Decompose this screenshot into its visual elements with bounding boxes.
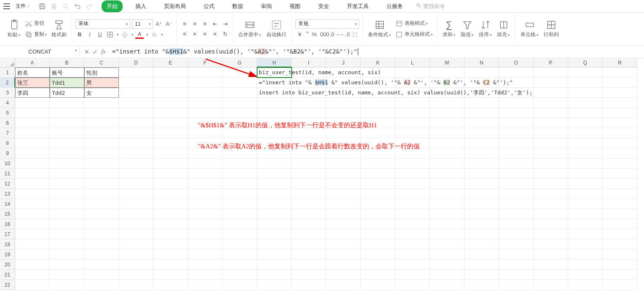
cell-N5[interactable] bbox=[464, 108, 499, 118]
cell-H11[interactable] bbox=[257, 169, 292, 179]
cell-H21[interactable] bbox=[257, 270, 292, 280]
cell-D20[interactable] bbox=[119, 260, 153, 270]
col-header-O[interactable]: O bbox=[499, 58, 534, 67]
col-header-D[interactable]: D bbox=[119, 58, 153, 67]
cell-M10[interactable] bbox=[430, 158, 464, 169]
cell-C3[interactable]: 女 bbox=[84, 88, 119, 98]
cell-H1[interactable]: biz_user_test(id, name, account, six) bbox=[257, 67, 292, 78]
cell-G20[interactable] bbox=[223, 260, 257, 270]
cell-M16[interactable] bbox=[430, 219, 464, 229]
cell-K16[interactable] bbox=[361, 219, 395, 229]
cell-R17[interactable] bbox=[603, 229, 637, 239]
cell-Q17[interactable] bbox=[568, 229, 603, 239]
cell-A12[interactable] bbox=[15, 179, 50, 189]
cell-J22[interactable] bbox=[326, 280, 361, 290]
cell-M11[interactable] bbox=[430, 169, 464, 179]
cell-K4[interactable] bbox=[361, 98, 395, 108]
cell-N15[interactable] bbox=[464, 209, 499, 219]
tab-视图[interactable]: 视图 bbox=[284, 0, 306, 12]
col-header-G[interactable]: G bbox=[223, 58, 257, 67]
cell-K20[interactable] bbox=[361, 260, 395, 270]
cell-B5[interactable] bbox=[50, 108, 84, 118]
cell-K5[interactable] bbox=[361, 108, 395, 118]
cell-H18[interactable] bbox=[257, 239, 292, 250]
cell-N12[interactable] bbox=[464, 179, 499, 189]
cell-A13[interactable] bbox=[15, 189, 50, 199]
cell-P17[interactable] bbox=[534, 229, 568, 239]
cell-F12[interactable] bbox=[188, 179, 223, 189]
cell-P4[interactable] bbox=[534, 98, 568, 108]
cell-I16[interactable] bbox=[292, 219, 326, 229]
cell-L6[interactable] bbox=[395, 118, 430, 128]
cell-Q7[interactable] bbox=[568, 128, 603, 138]
percent-icon[interactable]: % bbox=[310, 30, 319, 39]
col-header-B[interactable]: B bbox=[50, 58, 84, 67]
cell-L21[interactable] bbox=[395, 270, 430, 280]
cell-A9[interactable] bbox=[15, 148, 50, 158]
cell-A3[interactable]: 李四 bbox=[15, 88, 50, 98]
cell-C20[interactable] bbox=[84, 260, 119, 270]
col-header-L[interactable]: L bbox=[395, 58, 430, 67]
cell-J15[interactable] bbox=[326, 209, 361, 219]
cell-F16[interactable] bbox=[188, 219, 223, 229]
cell-P9[interactable] bbox=[534, 148, 568, 158]
cell-I13[interactable] bbox=[292, 189, 326, 199]
cell-E9[interactable] bbox=[153, 148, 188, 158]
cell-button[interactable]: 单元格▾ bbox=[519, 19, 540, 39]
cell-P15[interactable] bbox=[534, 209, 568, 219]
cell-C6[interactable] bbox=[84, 118, 119, 128]
cell-M21[interactable] bbox=[430, 270, 464, 280]
cell-H4[interactable] bbox=[257, 98, 292, 108]
cell-R18[interactable] bbox=[603, 239, 637, 250]
cell-J14[interactable] bbox=[326, 199, 361, 209]
decrease-font-icon[interactable]: A⁻ bbox=[165, 20, 173, 28]
cell-K22[interactable] bbox=[361, 280, 395, 290]
row-header-14[interactable]: 14 bbox=[0, 199, 15, 209]
cell-G4[interactable] bbox=[223, 98, 257, 108]
cell-Q18[interactable] bbox=[568, 239, 603, 250]
cell-P14[interactable] bbox=[534, 199, 568, 209]
row-header-15[interactable]: 15 bbox=[0, 209, 15, 219]
cell-J20[interactable] bbox=[326, 260, 361, 270]
cell-I17[interactable] bbox=[292, 229, 326, 239]
cell-A11[interactable] bbox=[15, 169, 50, 179]
cell-N22[interactable] bbox=[464, 280, 499, 290]
underline-button[interactable]: U bbox=[96, 30, 104, 39]
cell-K12[interactable] bbox=[361, 179, 395, 189]
cell-M1[interactable] bbox=[430, 67, 464, 78]
row-header-22[interactable]: 22 bbox=[0, 280, 15, 290]
bold-button[interactable]: B bbox=[75, 30, 84, 39]
cell-B8[interactable] bbox=[50, 138, 84, 148]
cell-Q4[interactable] bbox=[568, 98, 603, 108]
cell-F7[interactable] bbox=[188, 128, 223, 138]
font-color-button[interactable]: A bbox=[135, 30, 144, 39]
cell-F2[interactable] bbox=[188, 78, 223, 88]
cell-P13[interactable] bbox=[534, 189, 568, 199]
cell-G22[interactable] bbox=[223, 280, 257, 290]
cell-N11[interactable] bbox=[464, 169, 499, 179]
cell-B4[interactable] bbox=[50, 98, 84, 108]
cell-L18[interactable] bbox=[395, 239, 430, 250]
tab-安全[interactable]: 安全 bbox=[313, 0, 334, 12]
comma-icon[interactable]: 000 bbox=[320, 30, 329, 39]
cell-Q5[interactable] bbox=[568, 108, 603, 118]
row-header-5[interactable]: 5 bbox=[0, 108, 15, 118]
cell-B1[interactable]: 账号 bbox=[50, 67, 84, 78]
print-icon[interactable] bbox=[50, 3, 58, 10]
cell-D17[interactable] bbox=[119, 229, 153, 239]
cell-M22[interactable] bbox=[430, 280, 464, 290]
row-header-16[interactable]: 16 bbox=[0, 219, 15, 229]
cell-O6[interactable] bbox=[499, 118, 534, 128]
cell-O8[interactable] bbox=[499, 138, 534, 148]
save-icon[interactable] bbox=[38, 3, 46, 10]
cell-I22[interactable] bbox=[292, 280, 326, 290]
cell-D21[interactable] bbox=[119, 270, 153, 280]
cell-I21[interactable] bbox=[292, 270, 326, 280]
border-button[interactable] bbox=[106, 30, 114, 39]
cell-D14[interactable] bbox=[119, 199, 153, 209]
cell-G21[interactable] bbox=[223, 270, 257, 280]
cell-P18[interactable] bbox=[534, 239, 568, 250]
cell-C9[interactable] bbox=[84, 148, 119, 158]
cell-A10[interactable] bbox=[15, 158, 50, 169]
cell-C1[interactable]: 性别 bbox=[84, 67, 119, 78]
